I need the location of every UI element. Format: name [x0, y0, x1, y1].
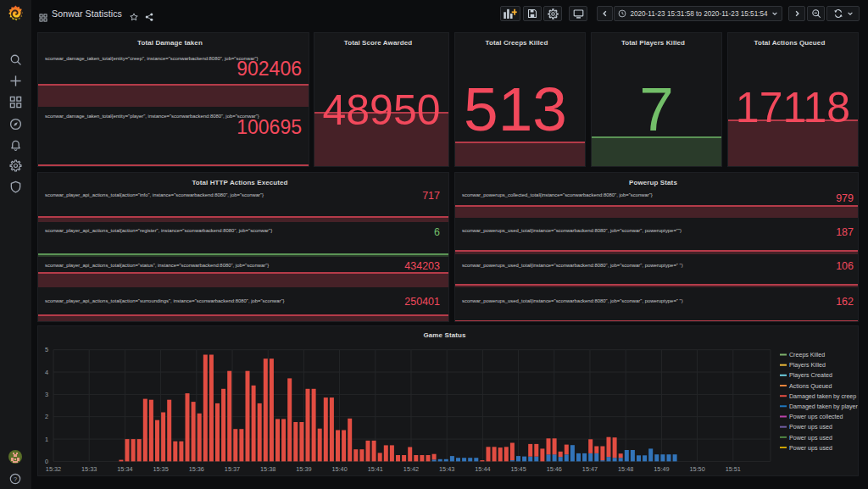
svg-text:15:46: 15:46 — [547, 465, 562, 473]
svg-text:15:47: 15:47 — [582, 465, 598, 473]
svg-text:4: 4 — [45, 369, 48, 376]
svg-text:15:37: 15:37 — [225, 465, 240, 473]
svg-text:15:32: 15:32 — [46, 465, 61, 473]
svg-text:Power ups collected: Power ups collected — [789, 414, 843, 420]
svg-text:Damaged taken by creep: Damaged taken by creep — [789, 393, 856, 400]
svg-text:3: 3 — [45, 391, 48, 398]
svg-text:15:44: 15:44 — [475, 465, 490, 473]
svg-text:15:38: 15:38 — [260, 465, 275, 473]
svg-text:Power ups used: Power ups used — [789, 424, 832, 431]
svg-text:15:36: 15:36 — [189, 465, 204, 473]
svg-text:15:51: 15:51 — [726, 465, 741, 473]
svg-text:Players Created: Players Created — [789, 372, 832, 379]
svg-text:15:50: 15:50 — [689, 465, 704, 473]
svg-text:5: 5 — [45, 346, 48, 353]
svg-text:15:49: 15:49 — [654, 465, 669, 473]
svg-text:15:45: 15:45 — [510, 465, 526, 473]
svg-text:15:39: 15:39 — [296, 465, 311, 473]
svg-text:15:34: 15:34 — [117, 465, 132, 473]
svg-text:15:42: 15:42 — [403, 465, 419, 473]
svg-text:Damaged taken by player: Damaged taken by player — [789, 403, 858, 410]
svg-text:15:33: 15:33 — [81, 465, 97, 473]
svg-text:15:40: 15:40 — [331, 465, 347, 473]
svg-text:Players Killed: Players Killed — [789, 362, 826, 369]
svg-text:Actions Queued: Actions Queued — [789, 383, 832, 390]
svg-text:15:43: 15:43 — [439, 465, 454, 473]
svg-text:15:41: 15:41 — [368, 465, 383, 473]
svg-text:Power ups used: Power ups used — [789, 435, 832, 442]
svg-text:Power ups used: Power ups used — [789, 445, 832, 452]
svg-text:Creeps Killed: Creeps Killed — [789, 352, 825, 358]
svg-text:0: 0 — [45, 458, 48, 465]
svg-text:?: ? — [14, 475, 17, 483]
svg-text:1: 1 — [45, 436, 48, 443]
svg-text:2: 2 — [45, 413, 48, 420]
svg-text:15:35: 15:35 — [153, 465, 168, 473]
svg-text:15:48: 15:48 — [618, 465, 633, 473]
